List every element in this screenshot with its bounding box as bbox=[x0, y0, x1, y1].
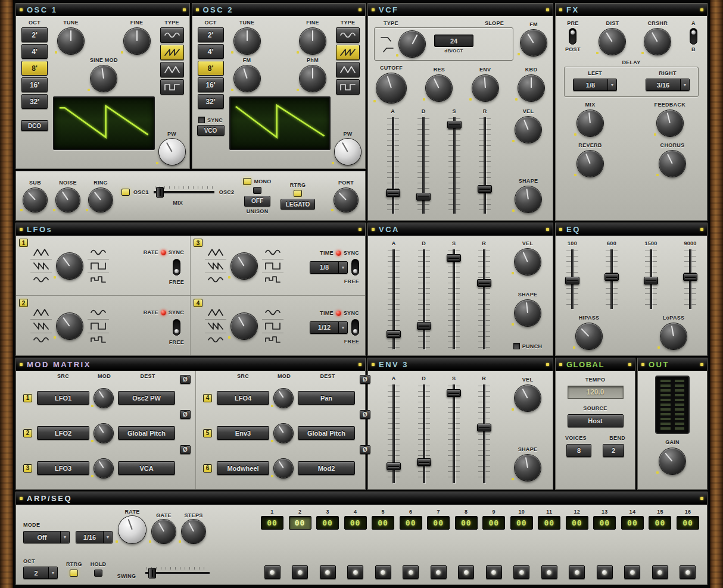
lfo3-free-toggle[interactable] bbox=[351, 259, 359, 276]
voices-value-button[interactable]: 8 bbox=[566, 444, 591, 457]
portamento-knob[interactable] bbox=[334, 188, 358, 212]
env3-shape-knob[interactable] bbox=[515, 455, 541, 481]
lfo3-time-dropdown[interactable]: 1/8 ▼ bbox=[310, 261, 348, 274]
mod-slot-5-dest-button[interactable]: Global Pitch bbox=[298, 426, 355, 440]
chevron-down-icon[interactable]: ▼ bbox=[60, 531, 69, 543]
slope-selector-display[interactable]: 24 bbox=[434, 35, 473, 47]
env3-vel-knob[interactable] bbox=[515, 385, 541, 411]
vcf-sustain-slider[interactable] bbox=[447, 116, 462, 215]
arp-step-button[interactable] bbox=[597, 565, 613, 579]
unison-off-button[interactable]: OFF bbox=[244, 196, 270, 207]
lfo3-rate-knob[interactable] bbox=[231, 253, 257, 279]
osc1-pw-knob[interactable] bbox=[159, 139, 185, 165]
arp-step-button[interactable] bbox=[320, 565, 336, 579]
mod-slot-5-src-button[interactable]: Env3 bbox=[217, 426, 269, 440]
arp-steps-knob[interactable] bbox=[182, 520, 205, 543]
mod-slot-4-dest-button[interactable]: Pan bbox=[298, 391, 355, 405]
cutoff-knob[interactable] bbox=[376, 73, 406, 103]
osc2-oct-2-button[interactable]: 2' bbox=[198, 27, 224, 42]
vcf-release-slider[interactable] bbox=[478, 116, 492, 215]
arp-step-display[interactable]: 00 bbox=[261, 516, 283, 530]
osc1-tune-knob[interactable] bbox=[58, 28, 84, 54]
mixer-osc1-led-button[interactable] bbox=[121, 189, 130, 196]
eq-1500-slider[interactable] bbox=[644, 248, 658, 310]
env3-attack-slider[interactable] bbox=[387, 383, 401, 484]
gain-knob[interactable] bbox=[659, 448, 685, 474]
ring-level-knob[interactable] bbox=[89, 188, 113, 212]
arp-gate-knob[interactable] bbox=[152, 520, 176, 543]
arp-step-display[interactable]: 00 bbox=[427, 516, 450, 530]
mod-slot-2-amount-knob[interactable] bbox=[94, 424, 113, 443]
arp-rate-dropdown[interactable]: 1/16 ▼ bbox=[76, 531, 113, 543]
tempo-display[interactable]: 120.0 bbox=[568, 386, 624, 399]
lfo2-rate-knob[interactable] bbox=[57, 313, 83, 339]
vcf-vel-knob[interactable] bbox=[515, 117, 541, 143]
crusher-amount-knob[interactable] bbox=[644, 29, 671, 55]
arp-step-button[interactable] bbox=[292, 565, 308, 579]
lfo1-rate-knob[interactable] bbox=[57, 253, 83, 279]
chevron-down-icon[interactable]: ▼ bbox=[338, 322, 347, 333]
osc2-type-saw-button[interactable] bbox=[336, 45, 360, 60]
arp-step-button[interactable] bbox=[375, 565, 391, 579]
arp-step-display[interactable]: 00 bbox=[400, 516, 422, 530]
osc1-oct-32-button[interactable]: 32' bbox=[21, 94, 48, 109]
env3-decay-slider[interactable] bbox=[417, 383, 431, 484]
mod-slot-3-amount-knob[interactable] bbox=[94, 459, 113, 478]
osc1-dco-button[interactable]: DCO bbox=[21, 120, 48, 131]
mod-slot-4-src-button[interactable]: LFO4 bbox=[217, 391, 269, 405]
osc2-oct-16-button[interactable]: 16' bbox=[198, 77, 224, 92]
arp-step-display[interactable]: 00 bbox=[372, 516, 394, 530]
arp-oct-dropdown[interactable]: 2 ▼ bbox=[23, 567, 58, 579]
mod-slot-6-dest-button[interactable]: Mod2 bbox=[298, 461, 355, 475]
chorus-knob[interactable] bbox=[659, 151, 685, 177]
mod-slot-6-amount-knob[interactable] bbox=[274, 459, 293, 478]
mod-slot-6-src-button[interactable]: Modwheel bbox=[217, 461, 269, 475]
mod-slot-3-src-button[interactable]: LFO3 bbox=[37, 461, 89, 475]
arp-step-display[interactable]: 00 bbox=[510, 516, 533, 530]
osc2-sync-checkbox[interactable] bbox=[198, 117, 205, 123]
osc2-fine-knob[interactable] bbox=[300, 28, 326, 54]
kbd-track-knob[interactable] bbox=[518, 75, 544, 101]
sub-level-knob[interactable] bbox=[23, 188, 47, 212]
arp-step-display[interactable]: 00 bbox=[566, 516, 588, 530]
chevron-down-icon[interactable]: ▼ bbox=[48, 567, 57, 578]
osc2-tune-knob[interactable] bbox=[234, 28, 260, 54]
arp-step-display[interactable]: 00 bbox=[289, 516, 311, 530]
vca-shape-knob[interactable] bbox=[515, 300, 541, 326]
osc1-type-sine-button[interactable] bbox=[160, 27, 184, 43]
osc1-fine-knob[interactable] bbox=[124, 28, 150, 54]
vca-release-slider[interactable] bbox=[477, 248, 491, 351]
osc2-pw-knob[interactable] bbox=[335, 139, 361, 165]
arp-step-display[interactable]: 00 bbox=[482, 516, 505, 530]
legato-button[interactable]: LEGATO bbox=[281, 199, 316, 209]
arp-step-button[interactable] bbox=[652, 565, 668, 579]
delay-mix-knob[interactable] bbox=[577, 110, 603, 136]
mono-mode-button[interactable] bbox=[253, 187, 261, 194]
arp-step-button[interactable] bbox=[541, 565, 557, 579]
mod-slot-2-src-button[interactable]: LFO2 bbox=[37, 426, 89, 440]
vcf-fm-knob[interactable] bbox=[521, 30, 547, 56]
arp-step-button[interactable] bbox=[431, 565, 447, 579]
osc2-fm-knob[interactable] bbox=[234, 65, 260, 92]
arp-mode-dropdown[interactable]: Off ▼ bbox=[23, 531, 70, 543]
mod-slot-1-amount-knob[interactable] bbox=[94, 389, 113, 408]
vca-decay-slider[interactable] bbox=[417, 248, 431, 351]
mod-slot-4-amount-knob[interactable] bbox=[274, 389, 293, 408]
lfo1-free-toggle[interactable] bbox=[173, 259, 180, 276]
osc1-oct-16-button[interactable]: 16' bbox=[21, 77, 48, 92]
eq-9000-slider[interactable] bbox=[683, 248, 697, 310]
lfo4-time-dropdown[interactable]: 1/12 ▼ bbox=[310, 321, 348, 334]
filter-type-knob[interactable] bbox=[399, 31, 425, 57]
vcf-shape-knob[interactable] bbox=[515, 186, 541, 212]
arp-hold-button[interactable] bbox=[94, 570, 102, 577]
mod-slot-1-src-button[interactable]: LFO1 bbox=[37, 391, 89, 405]
osc1-type-triangle-button[interactable] bbox=[160, 62, 184, 77]
arp-step-button[interactable] bbox=[513, 565, 529, 579]
chevron-down-icon[interactable]: ▼ bbox=[103, 531, 112, 543]
env3-sustain-slider[interactable] bbox=[447, 383, 461, 484]
eq-600-slider[interactable] bbox=[604, 248, 619, 310]
mod-slot-1-dest-button[interactable]: Osc2 PW bbox=[118, 391, 175, 405]
arp-step-button[interactable] bbox=[347, 565, 363, 579]
vcf-attack-slider[interactable] bbox=[386, 116, 400, 215]
osc2-oct-4-button[interactable]: 4' bbox=[198, 44, 224, 59]
